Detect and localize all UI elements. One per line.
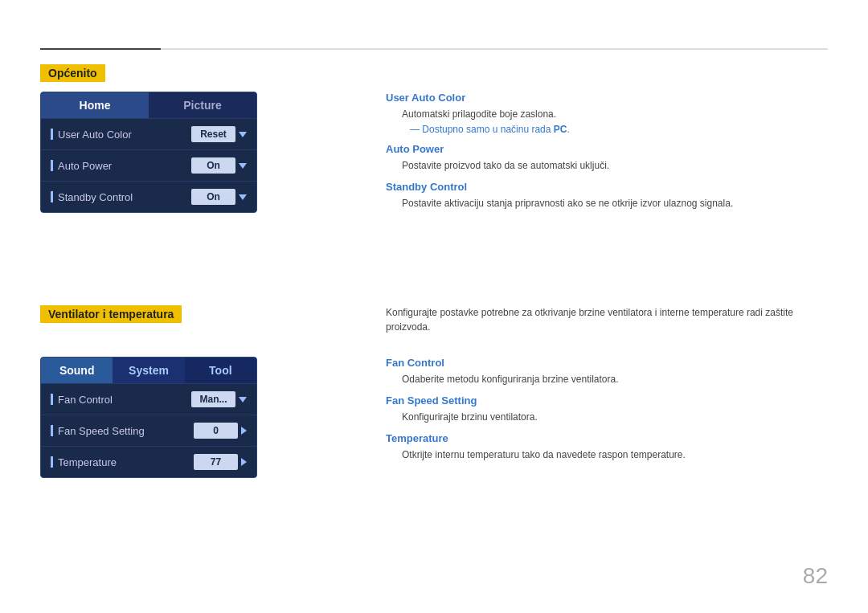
menu-bar-icon	[51, 394, 53, 405]
item-label-auto-power: Auto Power	[58, 160, 112, 172]
desc-bullet-fan-control-0: Odaberite metodu konfiguriranja brzine v…	[402, 372, 686, 386]
tab-system[interactable]: System	[113, 358, 184, 383]
menu-control-fan-speed[interactable]: 0	[194, 423, 247, 439]
tab-home[interactable]: Home	[41, 92, 149, 118]
menu-tabs-row: Home Picture	[41, 92, 256, 118]
tab-tool[interactable]: Tool	[185, 358, 256, 383]
menu-item-auto-power: Auto Power On	[41, 149, 256, 181]
menu-control-on2[interactable]: On	[191, 189, 247, 205]
item-label-user-auto-color: User Auto Color	[58, 129, 132, 141]
page-number: 82	[803, 563, 828, 589]
top-decorative-line	[40, 48, 828, 50]
desc-note-user-auto-color: ― Dostupno samo u načinu rada PC.	[410, 124, 733, 135]
section1-title: Općenito	[40, 64, 105, 82]
desc-title-user-auto-color: User Auto Color	[386, 92, 733, 104]
tab-sound[interactable]: Sound	[41, 358, 113, 383]
menu-bar-icon	[51, 425, 53, 436]
temperature-value[interactable]: 77	[194, 454, 238, 470]
temperature-arrow-icon	[241, 458, 247, 466]
desc-title-fan-speed: Fan Speed Setting	[386, 394, 686, 407]
section2-menu-area: Sound System Tool Fan Control Man...	[40, 357, 828, 478]
menu-control-fan-control[interactable]: Man...	[191, 391, 247, 407]
desc-bullet-user-auto-color-0: Automatski prilagodite boje zaslona.	[402, 107, 733, 121]
menu-item-standby-control: Standby Control On	[41, 181, 256, 212]
on2-dropdown[interactable]: On	[191, 189, 235, 205]
item-label-standby-control: Standby Control	[58, 191, 133, 203]
menu-bar-icon	[51, 160, 53, 171]
reset-dropdown[interactable]: Reset	[191, 126, 235, 142]
on1-dropdown[interactable]: On	[191, 157, 235, 174]
section2-menu-tabs-row: Sound System Tool	[41, 358, 256, 383]
section1-menu-widget: Home Picture User Auto Color Reset Auto …	[40, 92, 257, 213]
section1-descriptions: User Auto Color Automatski prilagodite b…	[386, 92, 733, 213]
desc-bullet-temperature-0: Otkrijte internu temperaturu tako da nav…	[402, 447, 686, 462]
desc-bullet-standby-control-0: Postavite aktivaciju stanja pripravnosti…	[402, 196, 733, 210]
fan-control-dropdown[interactable]: Man...	[191, 391, 235, 407]
desc-title-temperature: Temperature	[386, 432, 686, 444]
menu-control-reset[interactable]: Reset	[191, 126, 247, 142]
desc-title-fan-control: Fan Control	[386, 357, 686, 369]
menu-control-temperature[interactable]: 77	[194, 454, 247, 470]
fan-speed-arrow-icon	[241, 427, 247, 435]
fan-speed-value[interactable]: 0	[194, 423, 238, 439]
desc-title-standby-control: Standby Control	[386, 181, 733, 193]
section2-title: Ventilator i temperatura	[40, 305, 182, 323]
item-label-temperature: Temperature	[58, 456, 117, 468]
menu-bar-icon	[51, 129, 53, 140]
section-opcenito: Općenito Home Picture User Auto Color Re…	[40, 64, 828, 213]
item-label-fan-speed-setting: Fan Speed Setting	[58, 425, 145, 437]
section2-intro: Konfigurajte postavke potrebne za otkriv…	[386, 305, 828, 334]
section-ventilator: Ventilator i temperatura Konfigurajte po…	[40, 305, 828, 478]
menu-item-user-auto-color: User Auto Color Reset	[41, 118, 256, 149]
desc-bullet-auto-power-0: Postavite proizvod tako da se automatski…	[402, 158, 733, 173]
menu-bar-icon	[51, 191, 53, 202]
desc-bullet-fan-speed-0: Konfigurirajte brzinu ventilatora.	[402, 410, 686, 424]
menu-item-fan-speed-setting: Fan Speed Setting 0	[41, 415, 256, 446]
menu-bar-icon	[51, 456, 53, 468]
desc-title-auto-power: Auto Power	[386, 143, 733, 155]
section2-descriptions: Fan Control Odaberite metodu konfigurira…	[386, 357, 686, 478]
menu-control-on1[interactable]: On	[191, 157, 247, 174]
fan-control-arrow-icon	[239, 397, 247, 403]
tab-picture[interactable]: Picture	[149, 92, 256, 118]
item-label-fan-control: Fan Control	[58, 394, 113, 406]
section2-menu-widget: Sound System Tool Fan Control Man...	[40, 357, 257, 478]
on1-arrow-icon	[239, 163, 247, 169]
reset-arrow-icon	[239, 132, 247, 137]
on2-arrow-icon	[239, 194, 247, 200]
menu-item-temperature: Temperature 77	[41, 446, 256, 477]
menu-item-fan-control: Fan Control Man...	[41, 383, 256, 415]
